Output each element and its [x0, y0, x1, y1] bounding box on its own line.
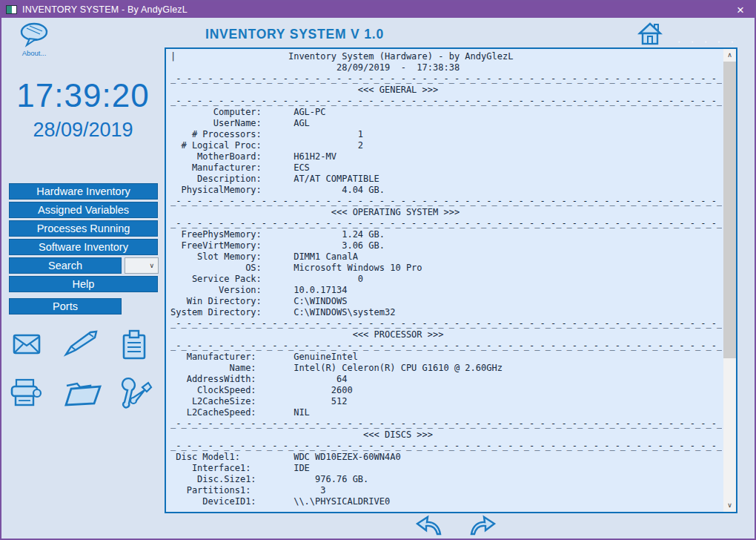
- ports-button[interactable]: Ports: [9, 298, 122, 315]
- chevron-down-icon: ∨: [149, 262, 154, 269]
- pen-icon[interactable]: [62, 329, 99, 360]
- vertical-scrollbar[interactable]: ∧ ∨: [723, 49, 736, 512]
- scroll-up-icon[interactable]: ∧: [723, 49, 736, 62]
- clock-time: 17:39:20: [1, 77, 165, 114]
- forward-arrow-icon[interactable]: [468, 515, 497, 539]
- assigned-variables-button[interactable]: Assigned Variables: [9, 202, 158, 218]
- close-button[interactable]: ×: [731, 4, 750, 16]
- mail-icon[interactable]: [12, 332, 42, 359]
- folder-icon[interactable]: [64, 380, 102, 411]
- processes-running-button[interactable]: Processes Running: [9, 220, 158, 237]
- back-arrow-icon[interactable]: [415, 515, 443, 539]
- scroll-down-icon[interactable]: ∨: [723, 499, 736, 512]
- clipboard-icon[interactable]: [120, 329, 148, 363]
- search-button[interactable]: Search: [9, 257, 122, 274]
- window-title: INVENTORY SYSTEM - By AndyGlezL: [22, 4, 188, 15]
- help-button[interactable]: Help: [9, 276, 158, 292]
- app-window: INVENTORY SYSTEM - By AndyGlezL × About.…: [0, 0, 756, 540]
- tools-icon[interactable]: [119, 377, 156, 412]
- clock-date: 28/09/2019: [1, 119, 165, 142]
- page-title: INVENTORY SYSTEM V 1.0: [205, 27, 384, 42]
- main-area: About... 17:39:20 28/09/2019 Hardware In…: [1, 18, 755, 540]
- search-combobox[interactable]: ∨: [125, 257, 159, 274]
- titlebar-dots: · · · · ·: [677, 36, 737, 47]
- home-icon[interactable]: [637, 22, 663, 49]
- titlebar[interactable]: INVENTORY SYSTEM - By AndyGlezL ×: [0, 1, 756, 18]
- speech-bubble-icon: [18, 37, 50, 50]
- printer-icon[interactable]: [9, 378, 43, 411]
- software-inventory-button[interactable]: Software Inventory: [9, 239, 158, 255]
- app-icon: [6, 5, 17, 14]
- hardware-inventory-button[interactable]: Hardware Inventory: [9, 183, 158, 200]
- about-button[interactable]: About...: [15, 22, 53, 57]
- terminal-text[interactable]: | Inventory System (Hardware) - by AndyG…: [170, 51, 722, 512]
- inventory-output-panel[interactable]: | Inventory System (Hardware) - by AndyG…: [165, 47, 737, 513]
- about-label: About...: [15, 49, 53, 57]
- scrollbar-thumb[interactable]: [723, 62, 736, 358]
